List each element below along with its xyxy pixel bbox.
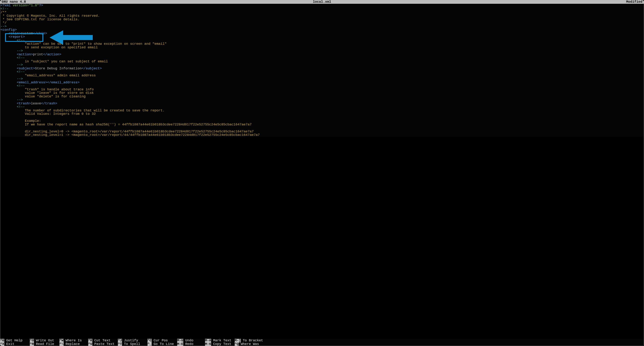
shortcut-justify[interactable]: ^J Justify [118, 339, 148, 342]
shortcut-read-file[interactable]: ^R Read File [30, 342, 60, 346]
code-text [0, 126, 644, 130]
code-text: <email_address> [0, 81, 47, 84]
code-text: dir_nesting_level=1 -> <magento_root>/va… [0, 133, 644, 137]
code-text: value "leave" is for store on disk [0, 91, 644, 95]
shortcut-undo[interactable]: M-U Undo [177, 339, 205, 342]
code-text: --> [0, 98, 644, 102]
code-text: </email_address> [47, 81, 80, 84]
code-text: <config> [0, 28, 644, 32]
shortcut-where-is[interactable]: ^W Where Is [60, 339, 88, 342]
code-text: --> [0, 49, 644, 53]
code-text: in "subject" you can set subject of emai… [0, 60, 644, 64]
code-text: to send exception on specified email [0, 46, 644, 50]
shortcut-paste-text[interactable]: ^U Paste Text [88, 342, 118, 346]
shortcut-help[interactable]: ^G Get Help [0, 339, 30, 342]
nano-modified: Modified [626, 0, 642, 4]
code-text: dir_nesting_level=0 -> <magento_root>/va… [0, 130, 644, 134]
shortcut-replace[interactable]: ^\ Replace [60, 342, 88, 346]
shortcut-copy-text[interactable]: M-6 Copy Text [205, 342, 235, 346]
code-text: <?xml [0, 4, 13, 7]
code-text: <skin> [0, 32, 21, 36]
shortcut-cut-text[interactable]: ^K Cut Text [88, 339, 118, 342]
nano-filename: local.xml [0, 0, 644, 4]
code-text: <subject> [0, 67, 35, 70]
code-text: */ [0, 21, 644, 25]
code-text: <trash> [0, 102, 31, 106]
code-text: --> [0, 77, 644, 81]
shortcut-redo[interactable]: M-E Redo [177, 342, 205, 346]
code-text: value "delete" is for cleaning [0, 95, 644, 98]
code-text: /** [0, 11, 644, 14]
code-text: Example: [0, 119, 644, 123]
code-text: leave [31, 102, 41, 106]
code-text: <report> [0, 35, 644, 39]
code-text: * See COPYING.txt for license details. [0, 18, 644, 22]
code-text: <!-- [0, 70, 644, 74]
code-text: <!-- [0, 7, 644, 11]
code-text: <!-- [0, 39, 644, 42]
code-text: "email_address" admin email address [0, 74, 644, 78]
code-text: <!-- [0, 84, 644, 88]
code-text: </subject> [82, 67, 102, 70]
shortcut-to-spell[interactable]: ^T To Spell [118, 342, 148, 346]
code-text: --> [0, 25, 644, 28]
code-text: </skin> [33, 32, 47, 36]
shortcut-cur-pos[interactable]: ^C Cur Pos [148, 339, 177, 342]
shortcut-where-was[interactable]: ^Q Where Was [235, 342, 644, 346]
shortcut-row-2: ^X Exit ^R Read File ^\ Replace ^U Paste… [0, 342, 644, 346]
shortcut-to-bracket[interactable]: M-] To Bracket [235, 339, 644, 342]
code-text: version="1.0" [13, 4, 39, 7]
code-text: Store Debug Information [35, 67, 82, 70]
shortcut-mark-text[interactable]: M-A Mark Text [205, 339, 235, 342]
code-text: <!-- [0, 56, 644, 60]
code-text: --> [0, 63, 644, 67]
shortcut-row-1: ^G Get Help ^O Write Out ^W Where Is ^K … [0, 339, 644, 342]
nano-shortcut-bar: ^G Get Help ^O Write Out ^W Where Is ^K … [0, 339, 644, 346]
code-text: "trash" is handle about trace info [0, 88, 644, 92]
shortcut-write-out[interactable]: ^O Write Out [30, 339, 60, 342]
code-text: "action" can be set to "print" to show e… [0, 42, 644, 46]
shortcut-go-to-line[interactable]: ^_ Go To Line [148, 342, 177, 346]
code-text: ?> [39, 4, 43, 7]
code-text: custom [21, 32, 33, 36]
code-text: </trash> [41, 102, 57, 106]
editor-buffer[interactable]: <?xml version="1.0"?> <!-- /** * Copyrig… [0, 4, 644, 137]
code-text: <action> [0, 53, 33, 56]
nano-app-name: GNU nano 4.8 [2, 0, 26, 4]
code-text: The number of subdirectories that will b… [0, 109, 644, 112]
code-text: Valid Values: Integers from 0 to 32 [0, 112, 644, 116]
code-text: </action> [43, 53, 61, 56]
code-text: If we have the report name as hash sha25… [0, 123, 644, 126]
code-text: <!-- [0, 105, 644, 109]
code-text: * Copyright © Magento, Inc. All rights r… [0, 14, 644, 18]
code-text [0, 116, 644, 120]
nano-titlebar: GNU nano 4.8 local.xml Modified [0, 0, 644, 4]
shortcut-exit[interactable]: ^X Exit [0, 342, 30, 346]
code-text: print [33, 53, 43, 56]
